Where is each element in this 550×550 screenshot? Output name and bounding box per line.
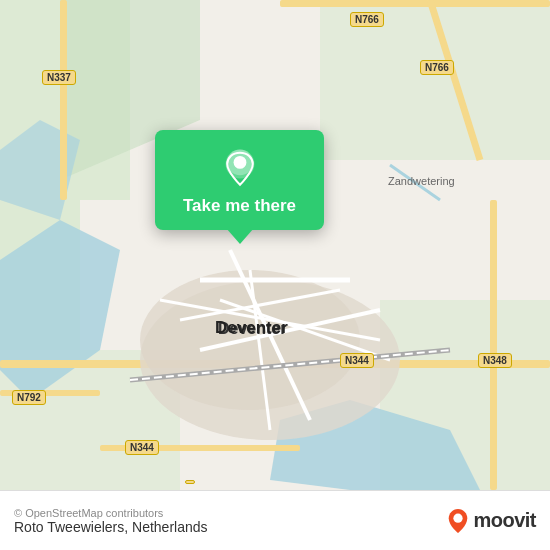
bottom-bar: © OpenStreetMap contributors Roto Tweewi… — [0, 490, 550, 550]
bottom-info: © OpenStreetMap contributors Roto Tweewi… — [14, 507, 208, 535]
svg-point-32 — [454, 513, 463, 522]
country-text: Netherlands — [132, 519, 208, 535]
moovit-pin-icon — [447, 508, 469, 534]
svg-rect-12 — [60, 0, 67, 200]
svg-rect-14 — [490, 200, 497, 490]
svg-point-31 — [233, 156, 246, 169]
road-label-n348: N348 — [478, 353, 512, 368]
map-svg — [0, 0, 550, 490]
popup-label: Take me there — [183, 196, 296, 216]
business-name: Roto Tweewielers, Netherlands — [14, 519, 208, 535]
road-label-n344-right: N344 — [340, 353, 374, 368]
road-label-n337: N337 — [42, 70, 76, 85]
svg-rect-11 — [280, 0, 550, 7]
take-me-there-button[interactable]: Take me there — [155, 130, 324, 230]
zandwetering-label: Zandwetering — [388, 175, 455, 187]
road-label-n792: N792 — [12, 390, 46, 405]
attribution-text: © OpenStreetMap contributors — [14, 507, 208, 519]
road-label-n344-bottom: N344 — [125, 440, 159, 455]
map-container: N337 N766 N766 N344 N344 N348 N792 Zandw… — [0, 0, 550, 490]
city-label: Deventer — [218, 320, 286, 338]
road-label-n766-top: N766 — [350, 12, 384, 27]
moovit-logo: moovit — [447, 508, 536, 534]
location-pin-icon — [220, 148, 260, 188]
business-name-text: Roto Tweewielers, — [14, 519, 128, 535]
moovit-text: moovit — [473, 509, 536, 532]
road-label-n766-right: N766 — [420, 60, 454, 75]
road-label-n344-bottom2 — [185, 480, 195, 484]
